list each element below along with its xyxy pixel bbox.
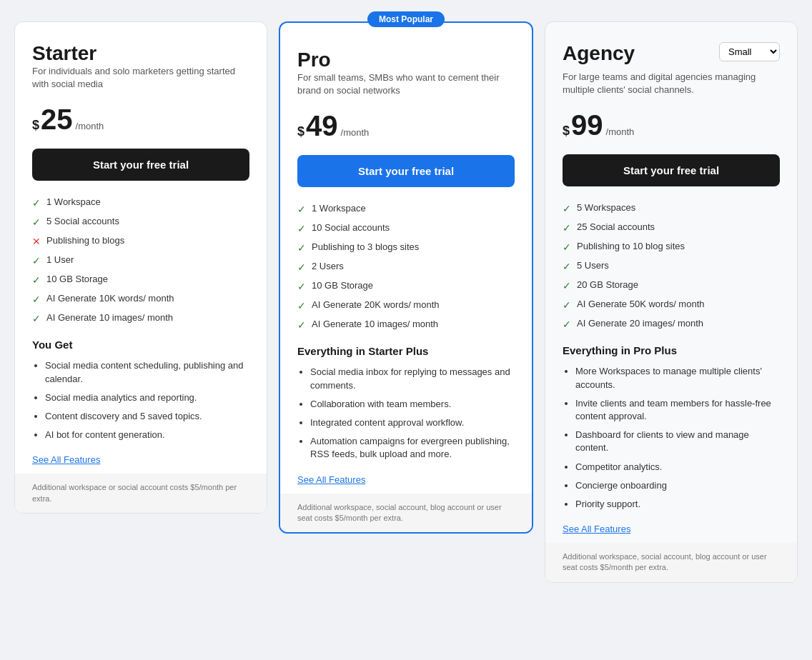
agency-extras-list: More Workspaces to manage multiple clien… [563,365,780,511]
starter-price-amount: 25 [41,104,73,136]
agency-price-block: $ 99 /month [563,109,780,141]
pricing-container: Starter For individuals and solo markete… [14,21,798,583]
starter-features-list: ✓1 Workspace ✓5 Social accounts ✕Publish… [32,196,249,324]
pro-cta-button[interactable]: Start your free trial [297,155,515,187]
list-item: Automation campaigns for evergreen publi… [310,435,515,461]
agency-cta-button[interactable]: Start your free trial [563,154,780,186]
list-item: ✓25 Social accounts [563,221,780,234]
list-item: ✕Publishing to blogs [32,235,249,247]
list-item: Social media inbox for replying to messa… [310,366,515,391]
check-icon: ✓ [297,204,306,215]
check-icon: ✓ [297,261,306,273]
list-item: Dashboard for clients to view and manage… [575,429,780,454]
check-icon: ✓ [297,319,306,331]
list-item: ✓5 Users [563,260,780,272]
starter-see-all-link[interactable]: See All Features [32,454,100,465]
list-item: ✓5 Workspaces [563,202,780,214]
list-item: ✓AI Generate 20 images/ month [563,318,780,330]
agency-card: Agency Small Medium Large For large team… [545,21,798,583]
list-item: ✓AI Generate 10K words/ month [32,293,249,305]
pro-extras-title: Everything in Starter Plus [297,345,515,357]
pro-price-amount: 49 [306,110,338,142]
cross-icon: ✕ [32,236,41,247]
agency-dollar-sign: $ [563,124,570,139]
list-item: Content discovery and 5 saved topics. [45,410,249,423]
check-icon: ✓ [563,299,571,311]
agency-price-period: /month [606,126,635,137]
list-item: Concierge onboarding [575,479,780,492]
list-item: ✓10 Social accounts [297,222,515,234]
check-icon: ✓ [297,300,306,311]
agency-price-amount: 99 [571,109,603,141]
check-icon: ✓ [297,242,306,254]
agency-see-all-link[interactable]: See All Features [563,524,630,534]
list-item: ✓2 Users [297,261,515,273]
most-popular-badge: Most Popular [367,11,445,27]
pro-price-period: /month [341,127,370,138]
list-item: Invite clients and team members for hass… [575,397,780,423]
agency-header: Agency Small Medium Large [563,42,780,65]
list-item: ✓AI Generate 50K words/ month [563,299,780,311]
list-item: ✓1 User [32,254,249,266]
starter-dollar-sign: $ [32,118,39,133]
list-item: Social media analytics and reporting. [45,391,249,404]
pro-features-list: ✓1 Workspace ✓10 Social accounts ✓Publis… [297,203,515,331]
check-icon: ✓ [32,313,41,324]
list-item: ✓AI Generate 10 images/ month [297,319,515,331]
list-item: Collaboration with team members. [310,398,515,411]
list-item: ✓1 Workspace [32,196,249,209]
check-icon: ✓ [563,222,571,234]
check-icon: ✓ [563,319,571,330]
list-item: Integrated content approval workflow. [310,416,515,429]
pro-see-all-link[interactable]: See All Features [297,474,365,485]
starter-you-get-title: You Get [32,339,249,351]
agency-features-list: ✓5 Workspaces ✓25 Social accounts ✓Publi… [563,202,780,330]
list-item: ✓1 Workspace [297,203,515,215]
starter-price-period: /month [76,121,104,131]
check-icon: ✓ [563,241,571,253]
pro-card: Most Popular Pro For small teams, SMBs w… [279,21,533,534]
check-icon: ✓ [297,281,306,292]
list-item: ✓10 GB Storage [32,274,249,286]
starter-cta-button[interactable]: Start your free trial [32,149,249,181]
list-item: ✓5 Social accounts [32,216,249,228]
starter-description: For individuals and solo marketers getti… [32,65,249,91]
check-icon: ✓ [32,216,41,228]
check-icon: ✓ [32,255,41,266]
starter-you-get-list: Social media content scheduling, publish… [32,359,249,441]
list-item: Social media content scheduling, publish… [45,359,249,385]
check-icon: ✓ [563,280,571,291]
list-item: Competitor analytics. [575,461,780,474]
check-icon: ✓ [32,294,41,305]
check-icon: ✓ [563,203,571,214]
check-icon: ✓ [563,261,571,272]
pro-dollar-sign: $ [297,124,304,139]
list-item: ✓Publishing to 10 blog sites [563,241,780,253]
agency-plan-name: Agency [563,42,635,65]
pro-plan-name: Pro [297,49,515,71]
pro-price-block: $ 49 /month [297,110,515,142]
list-item: AI bot for content generation. [45,429,249,441]
pro-extras-list: Social media inbox for replying to messa… [297,366,515,461]
pro-footnote: Additional workspace, social account, bl… [280,494,532,533]
list-item: ✓Publishing to 3 blogs sites [297,241,515,254]
agency-extras-title: Everything in Pro Plus [563,344,780,356]
starter-footnote: Additional workspace or social account c… [15,474,267,513]
list-item: ✓AI Generate 10 images/ month [32,312,249,324]
check-icon: ✓ [32,197,41,209]
list-item: Priority support. [575,498,780,511]
list-item: ✓AI Generate 20K words/ month [297,299,515,311]
agency-footnote: Additional workspace, social account, bl… [545,543,797,582]
list-item: ✓10 GB Storage [297,280,515,292]
list-item: ✓20 GB Storage [563,279,780,291]
starter-price-block: $ 25 /month [32,104,249,136]
starter-card: Starter For individuals and solo markete… [14,21,267,514]
check-icon: ✓ [32,274,41,286]
agency-size-select[interactable]: Small Medium Large [719,42,780,61]
pro-description: For small teams, SMBs who want to cement… [297,71,515,97]
starter-plan-name: Starter [32,42,249,65]
list-item: More Workspaces to manage multiple clien… [575,365,780,391]
check-icon: ✓ [297,223,306,234]
agency-description: For large teams and digital agencies man… [563,71,780,96]
